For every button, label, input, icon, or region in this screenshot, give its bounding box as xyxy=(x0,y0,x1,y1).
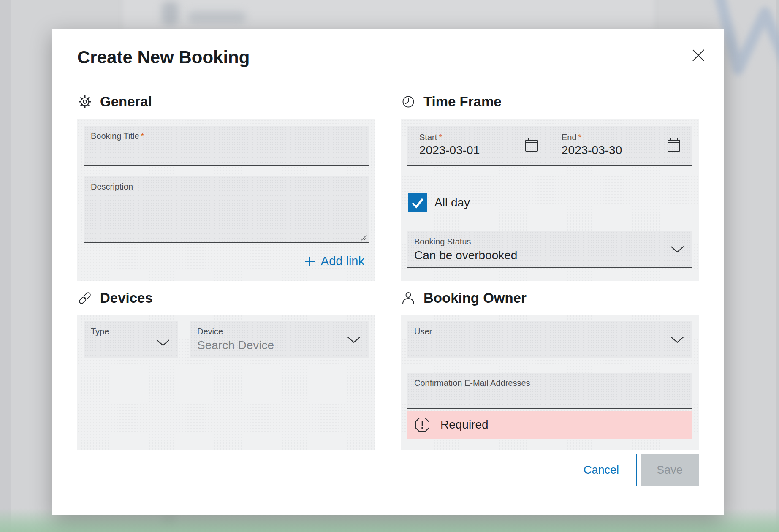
section-header-time-frame: Time Frame xyxy=(401,84,699,119)
validation-error-text: Required xyxy=(440,418,489,432)
section-title-booking-owner: Booking Owner xyxy=(423,290,527,306)
clock-icon xyxy=(401,94,416,109)
calendar-icon[interactable] xyxy=(524,138,539,153)
dialog-title: Create New Booking xyxy=(77,29,699,68)
validation-error-banner: Required xyxy=(407,411,692,439)
description-textarea[interactable]: Description xyxy=(84,176,369,243)
close-icon xyxy=(691,48,706,62)
confirmation-email-input[interactable]: Confirmation E-Mail Addresses xyxy=(407,373,692,409)
user-label: User xyxy=(407,321,692,337)
close-button[interactable] xyxy=(690,47,706,63)
chevron-down-icon xyxy=(347,336,361,344)
booking-title-input[interactable]: Booking Title* xyxy=(84,126,369,166)
chevron-down-icon xyxy=(670,246,684,253)
calendar-icon[interactable] xyxy=(667,138,681,153)
save-button[interactable]: Save xyxy=(641,454,699,486)
plus-icon xyxy=(304,255,316,267)
booking-owner-panel: User Confirmation E-Mail Addresses xyxy=(401,315,699,450)
device-search-select[interactable]: Device Search Device xyxy=(190,321,369,358)
confirmation-email-label: Confirmation E-Mail Addresses xyxy=(407,373,692,388)
page-background: Create New Booking xyxy=(0,0,779,532)
person-icon xyxy=(401,290,416,306)
required-asterisk: * xyxy=(141,131,144,141)
resize-handle-icon[interactable] xyxy=(360,234,367,241)
end-date-value: 2023-03-30 xyxy=(562,144,622,158)
add-link-button[interactable]: Add link xyxy=(84,254,369,268)
required-asterisk: * xyxy=(439,133,442,142)
device-search-placeholder: Search Device xyxy=(190,337,369,353)
section-header-devices: Devices xyxy=(77,281,375,315)
booking-title-label: Booking Title* xyxy=(84,126,369,141)
checkmark-icon xyxy=(408,193,427,212)
device-label: Device xyxy=(190,321,369,337)
cancel-button[interactable]: Cancel xyxy=(566,454,637,486)
booking-status-label: Booking Status xyxy=(407,231,692,247)
all-day-label: All day xyxy=(434,196,470,209)
link-icon xyxy=(77,290,92,306)
start-date-value: 2023-03-01 xyxy=(419,144,480,158)
devices-panel: Type Device Search Device xyxy=(77,315,375,450)
section-title-devices: Devices xyxy=(100,290,153,306)
all-day-checkbox[interactable] xyxy=(408,193,427,212)
section-title-general: General xyxy=(100,94,152,110)
end-date-label: End* xyxy=(562,133,622,142)
start-date-field[interactable]: Start* 2023-03-01 xyxy=(407,126,550,165)
alert-octagon-icon xyxy=(414,417,430,433)
booking-status-value: Can be overbooked xyxy=(407,247,692,263)
description-label: Description xyxy=(84,176,369,192)
time-frame-panel: Start* 2023-03-01 xyxy=(401,119,699,281)
start-date-label: Start* xyxy=(419,133,480,142)
booking-title-value xyxy=(84,141,369,157)
user-select[interactable]: User xyxy=(407,321,692,358)
section-header-booking-owner: Booking Owner xyxy=(401,281,699,315)
add-link-label: Add link xyxy=(321,254,364,268)
device-type-select[interactable]: Type xyxy=(84,321,178,358)
description-value xyxy=(84,192,369,208)
section-title-time-frame: Time Frame xyxy=(423,94,502,110)
section-header-general: General xyxy=(77,84,375,119)
end-date-field[interactable]: End* 2023-03-30 xyxy=(550,126,692,165)
background-left-strip xyxy=(0,0,11,532)
chevron-down-icon xyxy=(156,339,170,347)
date-range-band: Start* 2023-03-01 xyxy=(407,126,692,166)
general-panel: Booking Title* Description xyxy=(77,119,375,281)
background-blurred-text xyxy=(188,11,246,24)
gear-icon xyxy=(77,94,92,109)
required-asterisk: * xyxy=(578,133,582,142)
create-booking-dialog: Create New Booking xyxy=(52,29,724,515)
confirmation-email-value xyxy=(407,388,692,404)
background-blurred-icon xyxy=(162,2,179,25)
device-type-label: Type xyxy=(84,321,178,337)
chevron-down-icon xyxy=(670,336,684,344)
booking-status-select[interactable]: Booking Status Can be overbooked xyxy=(407,231,692,268)
